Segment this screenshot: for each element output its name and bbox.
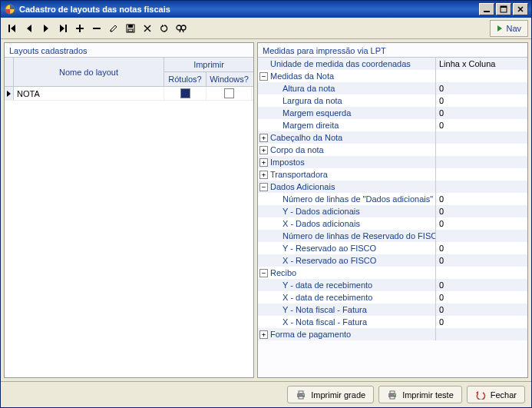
expand-icon[interactable]: + <box>259 158 268 167</box>
property-row[interactable]: Margem direita0 <box>258 119 527 131</box>
property-row[interactable]: Altura da nota0 <box>258 82 527 95</box>
col-print-windows[interactable]: Windows? <box>207 72 252 86</box>
property-group-row[interactable]: +Cabeçalho da Nota <box>258 131 527 144</box>
property-value[interactable]: 0 <box>436 107 527 119</box>
nav-button-label: Nav <box>506 24 521 33</box>
expand-icon[interactable]: + <box>259 146 268 154</box>
labels-checkbox-cell[interactable] <box>164 87 207 100</box>
property-value[interactable]: 0 <box>436 304 527 316</box>
property-row[interactable]: X - Nota fiscal - Fatura0 <box>258 316 527 328</box>
property-label: Y - Reservado ao FISCO <box>258 242 436 254</box>
property-label: X - Dados adicionais <box>258 217 436 230</box>
property-row[interactable]: X - Dados adicionais0 <box>258 217 527 230</box>
nav-button[interactable]: Nav <box>490 20 528 37</box>
last-record-button[interactable] <box>55 20 71 37</box>
svg-rect-4 <box>8 25 10 32</box>
layouts-grid-body[interactable]: NOTA <box>5 87 253 377</box>
property-row[interactable]: Y - data de recebimento0 <box>258 279 527 291</box>
row-indicator-icon <box>5 87 14 100</box>
expand-icon[interactable]: + <box>259 134 268 142</box>
toolbar: Nav <box>1 18 531 39</box>
property-label-text: Margem esquerda <box>283 108 351 118</box>
property-value[interactable]: 0 <box>436 193 527 205</box>
property-value[interactable]: 0 <box>436 254 527 267</box>
layout-name-cell[interactable]: NOTA <box>14 87 164 100</box>
windows-checkbox-cell[interactable] <box>207 87 252 100</box>
close-form-button[interactable]: Fechar <box>467 386 525 403</box>
collapse-icon[interactable]: − <box>259 72 268 81</box>
property-row[interactable]: Y - Reservado ao FISCO0 <box>258 242 527 254</box>
svg-rect-5 <box>65 25 67 32</box>
property-row[interactable]: Y - Dados adicionais0 <box>258 205 527 217</box>
collapse-icon[interactable]: − <box>259 269 268 277</box>
col-print-labels[interactable]: Rótulos? <box>164 72 207 86</box>
expand-icon[interactable]: + <box>259 330 268 339</box>
property-value[interactable] <box>436 70 527 82</box>
property-value[interactable] <box>436 131 527 144</box>
property-value[interactable]: 0 <box>436 242 527 254</box>
property-group-row[interactable]: −Medidas da Nota <box>258 70 527 82</box>
property-value[interactable] <box>436 328 527 340</box>
property-label-text: Unidade de medida das coordenadas <box>270 59 411 68</box>
property-value[interactable]: 0 <box>436 279 527 291</box>
save-record-button[interactable] <box>122 20 139 37</box>
property-group-row[interactable]: +Forma de pagamento <box>258 328 527 340</box>
printer-icon <box>296 390 306 400</box>
property-value[interactable]: 0 <box>436 205 527 217</box>
property-group-row[interactable]: +Corpo da nota <box>258 144 527 156</box>
property-group-row[interactable]: +Transportadora <box>258 168 527 181</box>
property-value[interactable]: 0 <box>436 95 527 107</box>
table-row[interactable]: NOTA <box>5 87 253 101</box>
property-value[interactable]: 0 <box>436 291 527 304</box>
property-row[interactable]: X - data de recebimento0 <box>258 291 527 304</box>
property-value[interactable] <box>436 181 527 193</box>
property-row[interactable]: Unidade de medida das coordenadasLinha x… <box>258 58 527 70</box>
property-row[interactable]: Número de linhas de Reservado do FISCO <box>258 230 527 242</box>
cancel-edit-button[interactable] <box>139 20 156 37</box>
property-value[interactable]: Linha x Coluna <box>436 58 527 70</box>
printer-icon <box>387 390 398 400</box>
property-row[interactable]: Número de linhas de "Dados adicionais"0 <box>258 193 527 205</box>
property-label: Número de linhas de "Dados adicionais" <box>258 193 436 205</box>
property-label: Largura da nota <box>258 95 436 107</box>
refresh-button[interactable] <box>156 20 173 37</box>
property-value[interactable] <box>436 144 527 156</box>
property-value[interactable] <box>436 267 527 279</box>
property-label: −Recibo <box>258 267 436 279</box>
svg-rect-8 <box>93 28 101 29</box>
property-value[interactable] <box>436 156 527 168</box>
property-label-text: X - data de recebimento <box>283 293 372 302</box>
print-test-button[interactable]: Imprimir teste <box>378 386 462 403</box>
property-group-row[interactable]: −Recibo <box>258 267 527 279</box>
print-grid-button[interactable]: Imprimir grade <box>287 386 374 403</box>
property-group-row[interactable]: +Impostos <box>258 156 527 168</box>
next-record-button[interactable] <box>38 20 55 37</box>
search-button[interactable] <box>173 20 190 37</box>
property-value[interactable] <box>436 168 527 181</box>
property-row[interactable]: Margem esquerda0 <box>258 107 527 119</box>
minimize-button[interactable] <box>479 3 494 15</box>
maximize-button[interactable] <box>496 3 511 15</box>
property-value[interactable]: 0 <box>436 217 527 230</box>
property-value[interactable]: 0 <box>436 82 527 95</box>
property-row[interactable]: Y - Nota fiscal - Fatura0 <box>258 304 527 316</box>
property-group-row[interactable]: −Dados Adicionais <box>258 181 527 193</box>
collapse-icon[interactable]: − <box>259 183 268 191</box>
property-grid[interactable]: Unidade de medida das coordenadasLinha x… <box>258 57 527 377</box>
add-record-button[interactable] <box>71 20 88 37</box>
windows-checkbox[interactable] <box>224 88 234 98</box>
edit-record-button[interactable] <box>105 20 122 37</box>
property-row[interactable]: X - Reservado ao FISCO0 <box>258 254 527 267</box>
property-value[interactable]: 0 <box>436 316 527 328</box>
expand-icon[interactable]: + <box>259 171 268 179</box>
svg-rect-18 <box>299 396 303 399</box>
labels-checkbox[interactable] <box>180 88 190 98</box>
property-row[interactable]: Largura da nota0 <box>258 95 527 107</box>
property-value[interactable]: 0 <box>436 119 527 131</box>
delete-record-button[interactable] <box>88 20 105 37</box>
prev-record-button[interactable] <box>21 20 38 37</box>
property-label: Unidade de medida das coordenadas <box>258 58 436 70</box>
property-value[interactable] <box>436 230 527 242</box>
first-record-button[interactable] <box>4 20 21 37</box>
close-button[interactable] <box>513 3 528 15</box>
